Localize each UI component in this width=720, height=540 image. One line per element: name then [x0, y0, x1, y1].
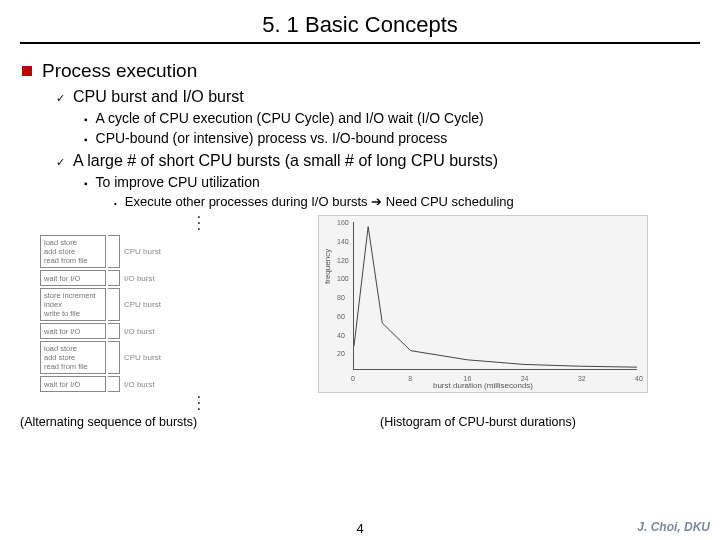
- figure-histogram: frequency 20406080100120140160 081624324…: [318, 215, 648, 393]
- bullet-cpu-io-burst: ✓ CPU burst and I/O burst: [56, 88, 698, 106]
- burst-row: wait for I/OI/O burst: [40, 270, 300, 286]
- burst-label: I/O burst: [124, 274, 155, 283]
- bullet-improve-util: ▪ To improve CPU utilization: [84, 174, 698, 190]
- check-icon: ✓: [56, 156, 65, 169]
- text-and: and: [147, 88, 183, 105]
- burst-box: wait for I/O: [40, 323, 106, 339]
- label-io-burst: I/O burst: [182, 88, 243, 105]
- check-icon: ✓: [56, 92, 65, 105]
- chart-plot-area: [353, 222, 637, 370]
- bracket-icon: [108, 376, 120, 392]
- square-icon: ▪: [84, 114, 88, 125]
- bullet-execute-other: • Execute other processes during I/O bur…: [114, 194, 698, 209]
- chart-ytick: 100: [337, 275, 349, 282]
- text: To improve CPU utilization: [96, 174, 260, 190]
- burst-row: load storeadd storeread from fileCPU bur…: [40, 235, 300, 268]
- burst-label: I/O burst: [124, 380, 155, 389]
- content-area: Process execution ✓ CPU burst and I/O bu…: [0, 44, 720, 209]
- burst-label: CPU burst: [124, 300, 161, 309]
- bullet-large-short-bursts: ✓ A large # of short CPU bursts (a small…: [56, 152, 698, 170]
- burst-label: CPU burst: [124, 353, 161, 362]
- page-number: 4: [0, 521, 720, 536]
- captions-row: (Alternating sequence of bursts) (Histog…: [0, 415, 720, 429]
- burst-box: wait for I/O: [40, 270, 106, 286]
- burst-box: store incrementindexwrite to file: [40, 288, 106, 321]
- bullet-bound: ▪ CPU-bound (or intensive) process vs. I…: [84, 130, 698, 146]
- chart-ytick: 60: [337, 312, 345, 319]
- vdots-icon: ···: [100, 395, 300, 413]
- chart-ytick: 40: [337, 331, 345, 338]
- chart-ytick: 160: [337, 219, 349, 226]
- bracket-icon: [108, 341, 120, 374]
- burst-box: wait for I/O: [40, 376, 106, 392]
- dot-icon: •: [114, 199, 117, 208]
- chart-line-path: [354, 222, 637, 369]
- burst-row: wait for I/OI/O burst: [40, 376, 300, 392]
- chart-ytick: 120: [337, 256, 349, 263]
- burst-row: store incrementindexwrite to fileCPU bur…: [40, 288, 300, 321]
- burst-row: load storeadd storeread from fileCPU bur…: [40, 341, 300, 374]
- burst-label: I/O burst: [124, 327, 155, 336]
- bracket-icon: [108, 323, 120, 339]
- text: Execute other processes during I/O burst…: [125, 194, 514, 209]
- bullet-process-execution: Process execution: [22, 60, 698, 82]
- figures-row: ··· load storeadd storeread from fileCPU…: [0, 215, 720, 413]
- chart-xlabel: burst duration (milliseconds): [319, 381, 647, 390]
- bracket-icon: [108, 235, 120, 268]
- bracket-icon: [108, 270, 120, 286]
- page-title: 5. 1 Basic Concepts: [0, 0, 720, 38]
- vdots-icon: ···: [100, 215, 300, 233]
- chart-ytick: 80: [337, 294, 345, 301]
- chart-ytick: 20: [337, 350, 345, 357]
- burst-row: wait for I/OI/O burst: [40, 323, 300, 339]
- text: CPU-bound (or intensive) process vs. I/O…: [96, 130, 448, 146]
- bullet-cycle: ▪ A cycle of CPU execution (CPU Cycle) a…: [84, 110, 698, 126]
- text: Process execution: [42, 60, 197, 82]
- footer-credit: J. Choi, DKU: [637, 520, 710, 534]
- caption-right: (Histogram of CPU-burst durations): [380, 415, 576, 429]
- burst-label: CPU burst: [124, 247, 161, 256]
- square-icon: ▪: [84, 134, 88, 145]
- square-icon: ▪: [84, 178, 88, 189]
- burst-box: load storeadd storeread from file: [40, 341, 106, 374]
- label-cpu-burst: CPU burst: [73, 88, 147, 105]
- figure-alternating-bursts: ··· load storeadd storeread from fileCPU…: [40, 215, 300, 413]
- chart-ylabel: frequency: [323, 249, 332, 284]
- square-bullet-icon: [22, 66, 32, 76]
- caption-left: (Alternating sequence of bursts): [20, 415, 320, 429]
- text: CPU burst and I/O burst: [73, 88, 244, 106]
- bracket-icon: [108, 288, 120, 321]
- text: A large # of short CPU bursts (a small #…: [73, 152, 498, 170]
- chart-ytick: 140: [337, 237, 349, 244]
- burst-box: load storeadd storeread from file: [40, 235, 106, 268]
- text: A cycle of CPU execution (CPU Cycle) and…: [96, 110, 484, 126]
